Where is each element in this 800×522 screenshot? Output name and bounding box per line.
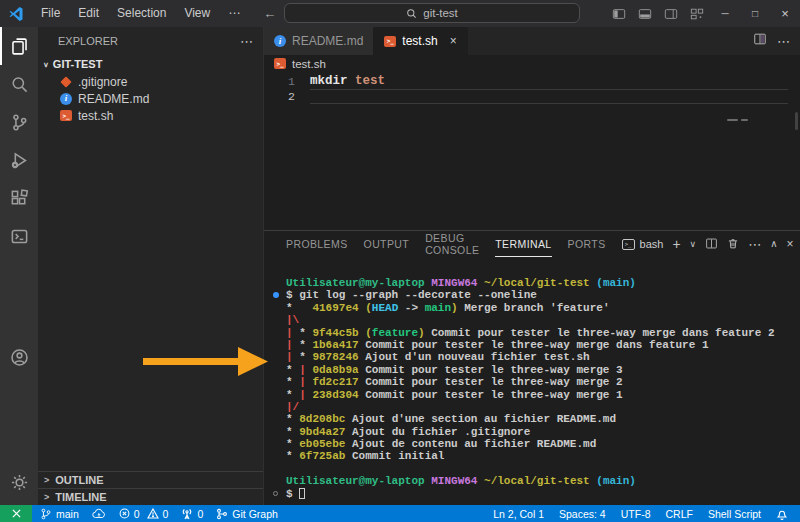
menu-[interactable]: ⋯: [219, 0, 249, 27]
section-timeline[interactable]: >TIMELINE: [38, 488, 263, 505]
terminal-line: |/: [286, 401, 800, 413]
notifications-bell-icon[interactable]: [776, 508, 788, 520]
git-file-icon: [60, 76, 71, 87]
panel-tab-problems[interactable]: PROBLEMS: [286, 231, 348, 257]
editor-more-actions-icon[interactable]: ⋯: [777, 34, 790, 49]
tab-test-sh[interactable]: >_test.sh×: [374, 27, 467, 55]
search-value: git-test: [423, 7, 458, 19]
file-item-gitignore[interactable]: .gitignore: [38, 73, 263, 90]
ports-indicator[interactable]: 0: [181, 508, 203, 520]
toggle-primary-sidebar-icon[interactable]: [606, 0, 632, 27]
remote-explorer-terminal-icon[interactable]: [0, 217, 38, 255]
accounts-icon[interactable]: [0, 338, 38, 376]
minimize-button[interactable]: ─: [710, 0, 740, 27]
close-window-button[interactable]: ×: [770, 0, 800, 27]
editor-scrollbar[interactable]: [795, 112, 798, 130]
code-editor[interactable]: 1mkdir test2: [264, 72, 800, 230]
file-item-test-sh[interactable]: >_test.sh: [38, 107, 263, 124]
terminal-line: $ git log --graph --decorate --oneline: [286, 289, 800, 301]
activity-bar: [0, 27, 38, 505]
minimap: [727, 119, 748, 121]
sync-changes-button[interactable]: [92, 508, 106, 519]
panel-tab-output[interactable]: OUTPUT: [364, 231, 410, 257]
close-tab-icon[interactable]: ×: [450, 34, 457, 48]
terminal-output[interactable]: Utilisateur@my-laptop MINGW64 ~/local/gi…: [264, 257, 800, 506]
menu-view[interactable]: View: [175, 0, 219, 27]
panel-tab-debug-console[interactable]: DEBUG CONSOLE: [425, 231, 479, 257]
search-icon[interactable]: [0, 65, 38, 103]
panel-tab-terminal[interactable]: TERMINAL: [495, 231, 551, 257]
encoding-setting[interactable]: UTF-8: [621, 508, 651, 520]
annotation-arrow: [138, 344, 270, 380]
panel-tab-ports[interactable]: PORTS: [568, 231, 606, 257]
more-actions-icon[interactable]: ⋯: [240, 34, 253, 49]
chevron-right-icon: >: [44, 475, 49, 485]
toggle-secondary-sidebar-icon[interactable]: [658, 0, 684, 27]
terminal-dropdown-chevron-icon[interactable]: ∨: [690, 240, 697, 249]
explorer-sidebar: EXPLORER ⋯ ∨ GIT-TEST .gitignoreiREADME.…: [38, 27, 263, 505]
shell-file-icon: >_: [274, 58, 286, 69]
maximize-button[interactable]: □: [740, 0, 770, 27]
chevron-right-icon: >: [44, 492, 49, 502]
code-line: 2: [264, 89, 800, 104]
terminal-line: Utilisateur@my-laptop MINGW64 ~/local/gi…: [286, 277, 800, 289]
terminal-line: * | 0da8b9a Commit pour tester le three-…: [286, 364, 800, 376]
maximize-panel-icon[interactable]: ∧: [770, 239, 777, 249]
command-center-search[interactable]: git-test: [284, 3, 580, 23]
tab-label: README.md: [292, 34, 363, 48]
terminal-line: * 6f725ab Commit initial: [286, 450, 800, 462]
remote-indicator[interactable]: [0, 505, 32, 522]
folder-git-test[interactable]: ∨ GIT-TEST: [38, 55, 263, 73]
terminal-line: * | fd2c217 Commit pour tester le three-…: [286, 376, 800, 388]
panel-header: PROBLEMSOUTPUTDEBUG CONSOLETERMINALPORTS…: [264, 231, 800, 257]
branch-indicator[interactable]: main: [40, 508, 79, 520]
go-back-button[interactable]: ←: [263, 6, 276, 21]
cursor-position[interactable]: Ln 2, Col 1: [493, 508, 544, 520]
section-label: TIMELINE: [55, 491, 106, 503]
cloud-sync-icon: [92, 508, 106, 519]
shell-file-icon: >_: [384, 36, 396, 47]
menu-selection[interactable]: Selection: [108, 0, 175, 27]
terminal-instance-badge[interactable]: >_ bash: [622, 238, 664, 250]
tab-readme-md[interactable]: iREADME.md: [264, 27, 374, 55]
split-terminal-icon[interactable]: [705, 237, 718, 252]
terminal-line: * 9bd4a27 Ajout du fichier .gitignore: [286, 426, 800, 438]
sidebar-title: EXPLORER: [58, 35, 118, 47]
language-mode[interactable]: Shell Script: [708, 508, 761, 520]
command-decoration-dot[interactable]: [273, 292, 279, 298]
indentation-setting[interactable]: Spaces: 4: [559, 508, 606, 520]
menu-file[interactable]: File: [32, 0, 69, 27]
terminal-line: | * 1b6a417 Commit pour tester le three-…: [286, 339, 800, 351]
command-decoration-circle[interactable]: [273, 491, 278, 496]
panel-more-actions-icon[interactable]: ⋯: [748, 238, 761, 251]
warning-icon: [147, 508, 159, 519]
explorer-icon[interactable]: [0, 27, 38, 65]
close-panel-icon[interactable]: ×: [787, 238, 794, 250]
file-name: test.sh: [78, 109, 113, 123]
source-control-icon[interactable]: [0, 103, 38, 141]
file-list: .gitignoreiREADME.md>_test.sh: [38, 73, 263, 124]
info-file-icon: i: [60, 93, 72, 105]
problems-indicator[interactable]: 0 0: [119, 508, 169, 520]
menu-edit[interactable]: Edit: [69, 0, 108, 27]
code-text: mkdir test: [310, 74, 788, 89]
toggle-panel-icon[interactable]: [632, 0, 658, 27]
run-and-debug-icon[interactable]: [0, 141, 38, 179]
eol-setting[interactable]: CRLF: [665, 508, 692, 520]
breadcrumb[interactable]: >_ test.sh: [264, 55, 800, 72]
section-label: OUTLINE: [55, 474, 103, 486]
extensions-icon[interactable]: [0, 179, 38, 217]
customize-layout-icon[interactable]: [684, 0, 710, 27]
tab-label: test.sh: [402, 34, 437, 48]
sidebar-sections: >OUTLINE>TIMELINE: [38, 471, 263, 505]
new-terminal-icon[interactable]: +: [672, 237, 680, 251]
file-item-readme-md[interactable]: iREADME.md: [38, 90, 263, 107]
split-editor-icon[interactable]: [753, 32, 767, 50]
kill-terminal-trash-icon[interactable]: [727, 237, 739, 252]
settings-gear-icon[interactable]: [0, 463, 38, 501]
section-outline[interactable]: >OUTLINE: [38, 471, 263, 488]
git-graph-button[interactable]: Git Graph: [216, 508, 278, 520]
terminal-cursor: [299, 488, 305, 499]
line-number: 1: [264, 74, 310, 89]
git-branch-icon: [40, 508, 52, 520]
